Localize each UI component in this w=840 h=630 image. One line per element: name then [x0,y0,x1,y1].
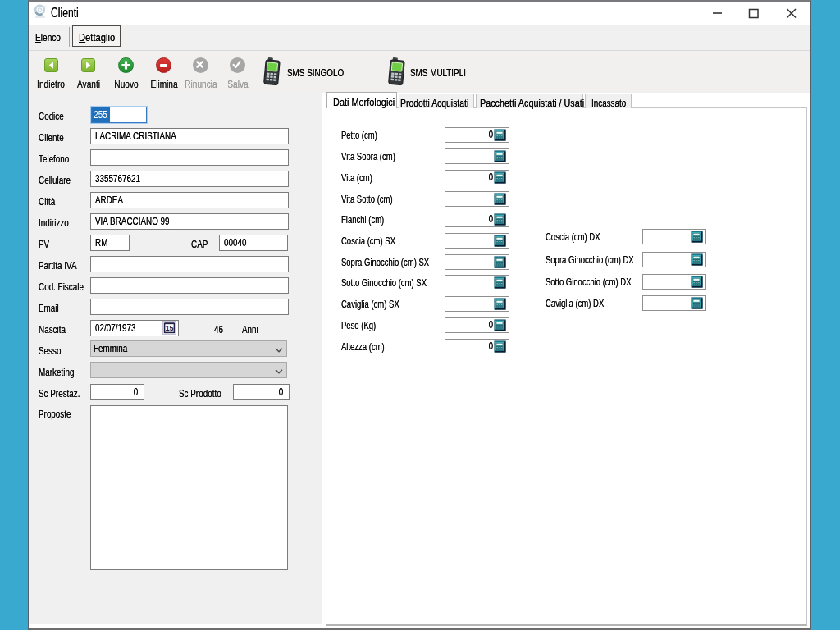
svg-text:15: 15 [166,324,174,332]
